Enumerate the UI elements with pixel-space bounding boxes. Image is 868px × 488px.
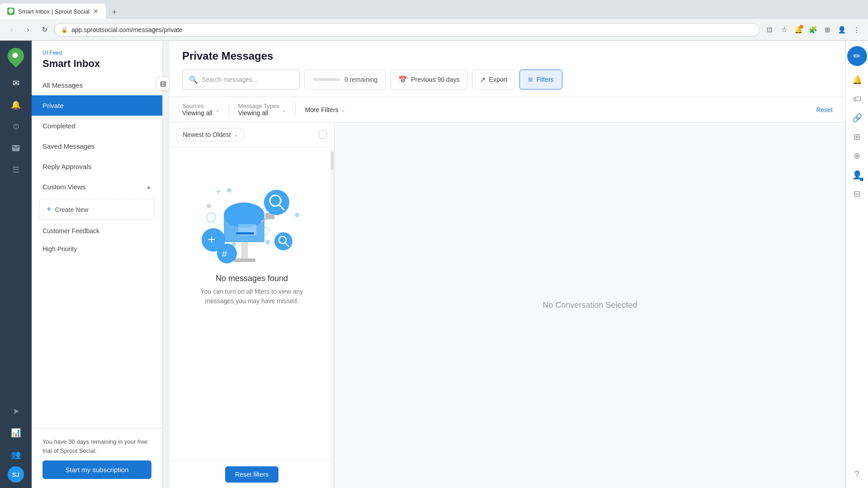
filters-label: Filters <box>537 76 554 83</box>
sidebar-collapse-button[interactable]: ⊟ <box>156 77 170 90</box>
message-types-filter[interactable]: Message Types Viewing all ⌄ <box>238 103 287 117</box>
sidebar-breadcrumb[interactable]: UI Feed <box>42 50 151 56</box>
sidebar-title: Smart Inbox <box>42 58 151 70</box>
empty-description: You can turn on all filters to view any … <box>193 287 311 306</box>
remaining-button[interactable]: 0 remaining <box>304 70 386 89</box>
export-button[interactable]: ↗ Export <box>472 70 515 89</box>
messages-list-body: + + <box>170 147 334 460</box>
sources-label: Sources <box>182 103 212 109</box>
notification-dot <box>860 178 863 181</box>
right-link-button[interactable]: 🔗 <box>849 109 866 127</box>
more-filters[interactable]: More Filters ⌄ <box>305 106 345 113</box>
right-add-button[interactable]: ⊕ <box>849 147 866 164</box>
sidebar-item-send[interactable]: ➤ <box>6 401 26 421</box>
lock-icon: 🔒 <box>61 27 68 33</box>
messages-area: Newest to Oldest ⌄ <box>170 122 845 488</box>
right-tag-button[interactable]: 🏷 <box>849 90 866 108</box>
create-new-button[interactable]: + Create New <box>39 199 155 220</box>
tab-favicon <box>7 8 14 15</box>
export-icon: ↗ <box>480 75 486 84</box>
export-label: Export <box>489 76 507 83</box>
right-grid-button[interactable]: ⊞ <box>849 128 866 145</box>
message-types-label: Message Types <box>238 103 279 109</box>
split-button[interactable]: ⊞ <box>821 23 834 36</box>
main-content: Private Messages 🔍 0 remaining 📅 Previou… <box>170 41 845 488</box>
scrollbar-thumb[interactable] <box>331 151 334 169</box>
svg-rect-15 <box>236 232 254 235</box>
days-filter-button[interactable]: 📅 Previous 90 days <box>391 70 467 89</box>
scrollbar-track[interactable] <box>330 150 334 488</box>
filter-divider-2 <box>295 103 296 117</box>
right-person-add-button[interactable]: 👤 <box>849 166 866 183</box>
sidebar-item-inbox2[interactable] <box>6 138 26 158</box>
active-tab[interactable]: Smart Inbox | Sprout Social ✕ <box>0 4 106 19</box>
new-tab-button[interactable]: + <box>108 5 121 19</box>
app-logo[interactable] <box>6 46 26 66</box>
collapse-icon: ⊟ <box>160 80 166 88</box>
compose-fab-button[interactable]: ✏ <box>847 46 867 66</box>
sidebar-item-inbox[interactable]: ✉ <box>6 73 26 93</box>
reset-filters-link[interactable]: Reset <box>816 106 833 113</box>
message-types-chevron: ⌄ <box>282 107 286 113</box>
sidebar-header: UI Feed Smart Inbox <box>32 41 162 75</box>
sidebar-item-stats[interactable]: 📊 <box>6 423 26 443</box>
url-text: app.sproutsocial.com/messages/private <box>71 26 183 33</box>
reset-filters-button[interactable]: Reset filters <box>225 466 278 483</box>
svg-text:+: + <box>208 232 215 246</box>
search-input[interactable] <box>202 76 293 83</box>
browser-tabs: Smart Inbox | Sprout Social ✕ + <box>0 0 868 19</box>
cast-button[interactable]: ⊡ <box>763 23 776 36</box>
sidebar-item-list[interactable]: ☰ <box>6 160 26 180</box>
sources-filter[interactable]: Sources Viewing all ⌄ <box>182 103 220 117</box>
sidebar-item-completed[interactable]: Completed <box>32 116 162 136</box>
svg-point-4 <box>265 240 270 244</box>
sidebar-item-saved-messages[interactable]: Saved Messages <box>32 136 162 156</box>
messages-list: Newest to Oldest ⌄ <box>170 122 335 488</box>
reload-button[interactable]: ↻ <box>38 23 51 36</box>
menu-button[interactable]: ⋮ <box>850 23 863 36</box>
sidebar-item-customer-feedback[interactable]: Customer Feedback <box>32 222 162 240</box>
sidebar-item-high-priority[interactable]: High Priority <box>32 240 162 258</box>
filters-button[interactable]: ≡ Filters <box>519 70 562 89</box>
svg-point-8 <box>207 213 216 222</box>
no-conversation-text: No Conversation Selected <box>542 300 637 310</box>
sidebar-item-reply-approvals[interactable]: Reply Approvals <box>32 156 162 177</box>
sidebar-item-team[interactable]: 👥 <box>6 445 26 465</box>
svg-text:+: + <box>216 187 221 197</box>
right-bell-button[interactable]: 🔔 <box>849 71 866 89</box>
select-all-checkbox[interactable] <box>319 131 327 139</box>
browser-action-buttons: ⊡ ☆ 🔔 🧩 ⊞ 👤 ⋮ <box>763 23 863 36</box>
sort-label: Newest to Oldest <box>183 131 231 138</box>
more-filters-label: More Filters <box>305 106 338 113</box>
sidebar-item-search[interactable]: ⊙ <box>6 117 26 136</box>
sort-dropdown[interactable]: Newest to Oldest ⌄ <box>177 128 244 141</box>
calendar-icon: 📅 <box>398 75 407 84</box>
sidebar-item-notifications[interactable]: 🔔 <box>6 95 26 115</box>
profile-button[interactable]: 👤 <box>835 23 848 36</box>
browser-chrome: Smart Inbox | Sprout Social ✕ + ‹ › ↻ 🔒 … <box>0 0 868 41</box>
notifications-button[interactable]: 🔔 <box>792 23 805 36</box>
svg-rect-11 <box>234 258 255 262</box>
bookmark-button[interactable]: ☆ <box>778 23 790 36</box>
back-button[interactable]: ‹ <box>5 23 18 36</box>
sidebar-item-all-messages[interactable]: All Messages <box>32 75 162 95</box>
svg-point-18 <box>264 190 289 215</box>
right-table-button[interactable]: ⊟ <box>849 185 866 202</box>
custom-views-header[interactable]: Custom Views ▲ <box>32 177 162 197</box>
custom-views-label: Custom Views <box>42 183 86 191</box>
custom-views-toggle[interactable]: ▲ <box>146 184 151 190</box>
sidebar-item-private[interactable]: Private <box>32 95 162 116</box>
tab-close-button[interactable]: ✕ <box>93 8 99 15</box>
filters-row: Sources Viewing all ⌄ Message Types View… <box>170 97 845 122</box>
main-toolbar: 🔍 0 remaining 📅 Previous 90 days ↗ Expor… <box>182 70 833 97</box>
sort-chevron: ⌄ <box>234 131 238 138</box>
right-help-button[interactable]: ? <box>849 465 866 483</box>
start-subscription-button[interactable]: Start my subscription <box>42 460 151 479</box>
user-avatar[interactable]: SJ <box>8 466 24 483</box>
forward-button[interactable]: › <box>22 23 34 36</box>
notification-dot <box>800 25 803 28</box>
extensions-button[interactable]: 🧩 <box>807 23 819 36</box>
address-bar[interactable]: 🔒 app.sproutsocial.com/messages/private <box>54 23 760 37</box>
main-header: Private Messages 🔍 0 remaining 📅 Previou… <box>170 41 845 97</box>
search-box[interactable]: 🔍 <box>182 70 300 89</box>
